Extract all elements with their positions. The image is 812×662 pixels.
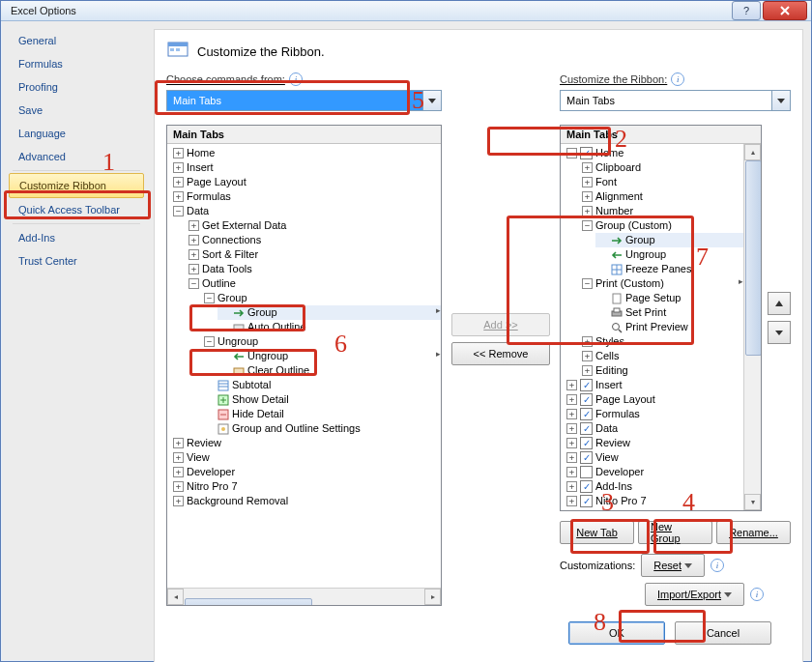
ribbon-tree[interactable]: Main Tabs −Home+Clipboard+Font+Alignment… xyxy=(560,125,762,511)
expand-icon[interactable]: + xyxy=(173,481,184,492)
tree-item[interactable]: Group xyxy=(218,305,441,320)
expand-icon[interactable]: + xyxy=(173,177,184,187)
import-export-button[interactable]: Import/Export xyxy=(645,583,744,606)
tree-item[interactable]: +Styles xyxy=(580,334,743,349)
ok-button[interactable]: OK xyxy=(568,621,665,645)
move-down-button[interactable] xyxy=(768,321,791,344)
info-icon[interactable]: i xyxy=(750,588,764,601)
help-button[interactable]: ? xyxy=(732,1,761,20)
tree-item[interactable]: Page Setup xyxy=(595,291,743,305)
new-tab-button[interactable]: New Tab xyxy=(560,521,634,544)
hscrollbar[interactable]: ◂▸ xyxy=(167,588,441,605)
commands-tree[interactable]: Main Tabs +Home+Insert+Page Layout+Formu… xyxy=(166,125,442,606)
tree-item[interactable]: +Clipboard xyxy=(580,160,743,175)
tree-item[interactable]: +Number xyxy=(580,204,743,218)
collapse-icon[interactable]: − xyxy=(204,336,215,347)
tree-item[interactable]: +Sort & Filter xyxy=(187,247,441,262)
expand-icon[interactable]: + xyxy=(173,467,184,477)
chevron-down-icon[interactable] xyxy=(771,91,790,110)
tree-item[interactable]: −Print (Custom) xyxy=(580,276,743,291)
info-icon[interactable]: i xyxy=(289,72,303,86)
chevron-down-icon[interactable] xyxy=(422,91,441,110)
expand-icon[interactable]: + xyxy=(173,452,184,463)
expand-icon[interactable]: + xyxy=(188,264,199,274)
expand-icon[interactable]: + xyxy=(582,177,593,187)
cancel-button[interactable]: Cancel xyxy=(675,621,771,645)
vscrollbar[interactable]: ▴ ▾ xyxy=(743,144,761,510)
tree-item[interactable]: +Nitro Pro 7 xyxy=(171,479,441,494)
tree-item[interactable]: −Ungroup xyxy=(202,334,441,349)
close-button[interactable] xyxy=(763,1,807,20)
expand-icon[interactable]: + xyxy=(582,162,593,173)
expand-icon[interactable]: + xyxy=(582,351,593,361)
customize-ribbon-dropdown[interactable]: Main Tabs xyxy=(560,90,791,111)
rename-button[interactable]: Rename... xyxy=(716,521,791,544)
collapse-icon[interactable]: − xyxy=(188,278,199,289)
checkbox[interactable] xyxy=(580,495,593,507)
tree-item[interactable]: +Developer xyxy=(565,465,743,479)
sidebar-item-save[interactable]: Save xyxy=(9,99,144,122)
tree-item[interactable]: +Get External Data xyxy=(187,218,441,233)
expand-icon[interactable]: + xyxy=(188,220,199,231)
expand-icon[interactable]: + xyxy=(566,380,577,390)
tree-item[interactable]: +Editing xyxy=(580,363,743,378)
sidebar-item-language[interactable]: Language xyxy=(9,122,144,145)
checkbox[interactable] xyxy=(580,451,593,464)
tree-item[interactable]: Ungroup xyxy=(595,247,743,262)
remove-button[interactable]: << Remove xyxy=(451,342,550,365)
tree-item[interactable]: Auto Outline xyxy=(218,320,441,334)
checkbox[interactable] xyxy=(580,437,593,449)
tree-item[interactable]: −Group (Custom) xyxy=(580,218,743,233)
expand-icon[interactable]: + xyxy=(582,206,593,216)
tree-item[interactable]: Group xyxy=(595,233,743,247)
tree-item[interactable]: +Data xyxy=(565,421,743,436)
tree-item[interactable]: +View xyxy=(171,450,441,465)
tree-item[interactable]: Clear Outline xyxy=(218,363,441,378)
tree-item[interactable]: −Data xyxy=(171,204,441,218)
expand-icon[interactable]: + xyxy=(582,365,593,376)
collapse-icon[interactable]: − xyxy=(582,278,593,289)
expand-icon[interactable]: + xyxy=(566,423,577,434)
info-icon[interactable]: i xyxy=(671,72,684,86)
sidebar-item-advanced[interactable]: Advanced xyxy=(9,145,144,168)
sidebar-item-general[interactable]: General xyxy=(9,29,144,52)
expand-icon[interactable]: + xyxy=(173,438,184,448)
tree-item[interactable]: +Page Layout xyxy=(171,175,441,189)
expand-icon[interactable]: + xyxy=(566,394,577,405)
tree-item[interactable]: +Data Tools xyxy=(187,262,441,276)
move-up-button[interactable] xyxy=(768,292,791,315)
checkbox[interactable] xyxy=(580,379,593,391)
sidebar-item-trust-center[interactable]: Trust Center xyxy=(9,249,144,273)
tree-item[interactable]: +Font xyxy=(580,175,743,189)
checkbox[interactable] xyxy=(580,466,593,478)
expand-icon[interactable]: + xyxy=(173,162,184,173)
sidebar-item-formulas[interactable]: Formulas xyxy=(9,52,144,75)
expand-icon[interactable]: + xyxy=(566,452,577,463)
sidebar-item-add-ins[interactable]: Add-Ins xyxy=(9,226,144,249)
tree-item[interactable]: +Home xyxy=(171,146,441,160)
tree-item[interactable]: +Page Layout xyxy=(565,392,743,407)
tree-item[interactable]: +Nitro Pro 7 xyxy=(565,494,743,508)
expand-icon[interactable]: + xyxy=(566,438,577,448)
tree-item[interactable]: +Review xyxy=(171,436,441,450)
tree-item[interactable]: +View xyxy=(565,450,743,465)
tree-item[interactable]: Print Preview xyxy=(595,320,743,334)
collapse-icon[interactable]: − xyxy=(582,220,593,231)
expand-icon[interactable]: + xyxy=(566,481,577,492)
expand-icon[interactable]: + xyxy=(566,467,577,477)
tree-item[interactable]: Hide Detail xyxy=(202,407,441,421)
checkbox[interactable] xyxy=(580,480,593,493)
tree-item[interactable]: +Alignment xyxy=(580,189,743,204)
expand-icon[interactable]: + xyxy=(566,496,577,506)
tree-item[interactable]: +Insert xyxy=(171,160,441,175)
expand-icon[interactable]: + xyxy=(582,336,593,347)
add-button[interactable]: Add >> xyxy=(451,313,550,336)
checkbox[interactable] xyxy=(580,147,593,159)
tree-item[interactable]: +Formulas xyxy=(171,189,441,204)
tree-item[interactable]: −Group xyxy=(202,291,441,305)
tree-item[interactable]: Freeze Panes xyxy=(595,262,743,276)
expand-icon[interactable]: + xyxy=(188,235,199,245)
tree-item[interactable]: −Home xyxy=(565,146,743,160)
expand-icon[interactable]: + xyxy=(582,191,593,202)
sidebar-item-proofing[interactable]: Proofing xyxy=(9,75,144,99)
